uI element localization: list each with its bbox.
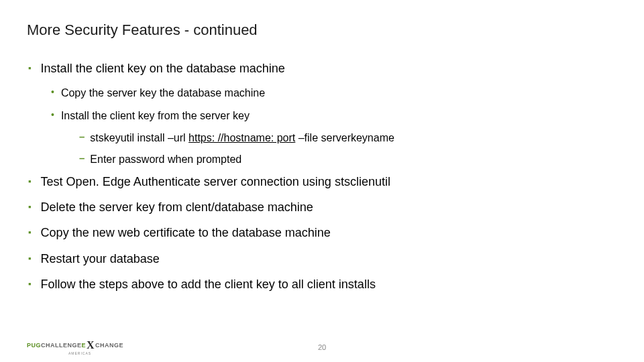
logo-subtitle: AMERICAS [68,351,91,355]
list-text: Follow the steps above to add the client… [41,276,376,292]
dash-bullet-icon: – [79,152,85,164]
logo-part: E [82,342,87,349]
text-post: –file serverkeyname [295,132,394,143]
square-bullet-icon: ▪ [28,227,32,237]
list-text: Copy the new web certificate to the data… [41,225,331,241]
slide-title: More Security Features - continued [27,21,617,39]
slide-content: ▪ Install the client key on the database… [27,60,617,292]
list-item: ▪ Copy the new web certificate to the da… [28,225,617,241]
logo-part: PUG [27,342,41,349]
brand-logo: PUGCHALLENGEEXCHANGE [27,339,123,351]
slide-footer: PUGCHALLENGEEXCHANGE AMERICAS 20 [0,335,644,354]
url-text: https: //hostname: port [189,132,295,143]
list-item: ▪ Install the client key on the database… [28,60,617,76]
list-item: ▪ Follow the steps above to add the clie… [28,276,617,292]
list-item: – stskeyutil install –url https: //hostn… [79,131,617,145]
square-bullet-icon: ▪ [28,176,32,186]
square-bullet-icon: ▪ [28,253,32,263]
dash-bullet-icon: – [79,131,85,142]
list-text: Install the client key on the database m… [41,60,285,76]
list-item: ▪ Restart your database [28,251,617,267]
square-bullet-icon: ▪ [28,63,32,73]
list-text: Delete the server key from clent/databas… [41,199,313,215]
list-item: ▪ Delete the server key from clent/datab… [28,199,617,215]
list-text: Copy the server key the database machine [61,86,265,101]
square-bullet-icon: ▪ [28,202,32,212]
list-text: Restart your database [41,251,160,267]
dot-bullet-icon: • [51,86,54,97]
square-bullet-icon: ▪ [28,279,32,289]
page-number: 20 [318,343,326,351]
dot-bullet-icon: • [51,109,54,120]
list-text: Install the client key from the server k… [61,109,250,123]
list-item: ▪ Test Open. Edge Authenticate server co… [28,174,617,190]
list-item: – Enter password when prompted [79,152,617,167]
list-text: Test Open. Edge Authenticate server conn… [41,174,390,190]
list-text: stskeyutil install –url https: //hostnam… [90,131,394,145]
list-item: • Install the client key from the server… [51,109,617,123]
list-text: Enter password when prompted [90,152,241,167]
list-item: • Copy the server key the database machi… [51,86,617,101]
logo-part: CHALLENGE [41,342,82,349]
logo-part: CHANGE [95,342,123,349]
text-pre: stskeyutil install –url [90,132,189,143]
logo-x-icon: X [87,339,95,351]
